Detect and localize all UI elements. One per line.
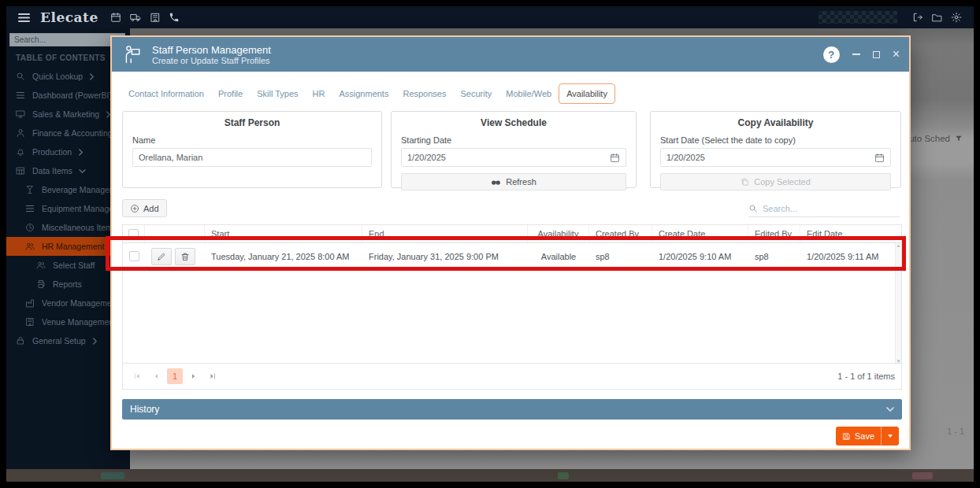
column-header-start[interactable]: Start xyxy=(205,225,362,242)
app-logo: Elecate xyxy=(40,9,98,25)
cell-created-by: sp8 xyxy=(589,243,652,269)
screenshot-frame: Elecate TABLE OF CONTENTS Quick Lookup xyxy=(0,0,980,488)
chevron-right-icon xyxy=(89,73,95,80)
history-section-header[interactable]: History xyxy=(122,399,902,420)
truck-icon[interactable] xyxy=(129,12,142,23)
pagination-summary: 1 - 1 of 1 items xyxy=(837,372,895,381)
column-header-edited-by[interactable]: Edited By xyxy=(748,225,800,242)
row-checkbox[interactable] xyxy=(129,251,139,261)
grid-scrollbar[interactable]: ▲▼ xyxy=(895,243,901,364)
staff-person-management-dialog: Staff Person Management Create or Update… xyxy=(110,35,911,450)
refresh-button[interactable]: Refresh xyxy=(401,173,626,190)
column-header-availability[interactable]: Availability xyxy=(528,225,589,242)
current-page-button[interactable]: 1 xyxy=(167,368,183,384)
venue-icon[interactable] xyxy=(150,12,161,23)
chevron-down-icon xyxy=(79,168,86,174)
next-page-button[interactable] xyxy=(186,368,202,384)
scroll-up-icon[interactable]: ▲ xyxy=(896,243,901,248)
dialog-title: Staff Person Management xyxy=(152,44,271,56)
tab-responses[interactable]: Responses xyxy=(395,84,453,103)
previous-page-button[interactable] xyxy=(148,368,164,384)
tab-security[interactable]: Security xyxy=(453,84,499,103)
tab-hr[interactable]: HR xyxy=(306,84,332,103)
chevron-down-icon xyxy=(886,406,894,412)
folder-icon[interactable] xyxy=(931,13,943,23)
column-header-end[interactable]: End xyxy=(362,225,528,242)
tab-skill-types[interactable]: Skill Types xyxy=(250,84,305,103)
staff-person-icon xyxy=(121,43,143,65)
table-row[interactable]: Tuesday, January 21, 2025 8:00 AM Friday… xyxy=(123,243,901,270)
tab-strip: Contact Information Profile Skill Types … xyxy=(121,83,615,105)
presentation-icon xyxy=(16,109,26,119)
actions-column-header xyxy=(145,225,205,242)
plus-circle-icon xyxy=(130,204,139,213)
clock-icon xyxy=(25,223,35,232)
cell-create-date: 1/20/2025 9:10 AM xyxy=(652,243,748,269)
bell-icon xyxy=(16,147,26,157)
add-button[interactable]: Add xyxy=(122,199,167,217)
cell-availability: Available xyxy=(528,243,589,269)
filter-funnel-icon xyxy=(955,135,963,142)
grid-search xyxy=(748,201,900,217)
wine-glass-icon xyxy=(25,185,35,194)
edit-row-button[interactable] xyxy=(151,248,172,265)
view-schedule-panel: View Schedule Starting Date Refresh xyxy=(391,111,637,188)
factory-icon xyxy=(25,298,35,308)
lock-icon xyxy=(16,336,26,346)
people-icon xyxy=(25,242,35,251)
tab-mobile-web[interactable]: Mobile/Web xyxy=(499,84,559,103)
column-header-created-by[interactable]: Created By xyxy=(589,225,652,242)
copy-start-date-label: Start Date (Select the date to copy) xyxy=(660,135,900,145)
pencil-icon xyxy=(157,252,166,261)
name-label: Name xyxy=(132,135,381,145)
cell-edit-date: 1/20/2025 9:11 AM xyxy=(800,243,896,269)
tab-assignments[interactable]: Assignments xyxy=(332,84,395,103)
sidebar-search-input[interactable] xyxy=(9,33,125,46)
building-icon xyxy=(25,317,35,327)
first-page-button[interactable] xyxy=(129,368,145,384)
gear-icon[interactable] xyxy=(951,12,962,23)
copy-selected-button[interactable]: Copy Selected xyxy=(660,173,891,190)
starting-date-input[interactable] xyxy=(407,153,610,162)
starting-date-label: Starting Date xyxy=(401,135,636,145)
copy-icon xyxy=(741,178,749,187)
app-window: Elecate TABLE OF CONTENTS Quick Lookup xyxy=(6,6,974,482)
cell-edited-by: sp8 xyxy=(748,243,800,269)
save-dropdown-caret[interactable] xyxy=(881,427,899,445)
hamburger-menu-icon[interactable] xyxy=(18,13,30,23)
column-header-edit-date[interactable]: Edit Date xyxy=(800,225,896,242)
tab-contact-information[interactable]: Contact Information xyxy=(121,84,211,103)
redacted-user-info xyxy=(819,11,897,24)
select-all-checkbox[interactable] xyxy=(128,229,139,239)
table-icon xyxy=(16,166,26,176)
grid-search-input[interactable] xyxy=(763,204,900,213)
maximize-button[interactable] xyxy=(873,51,880,58)
phone-icon[interactable] xyxy=(169,12,180,23)
column-header-create-date[interactable]: Create Date xyxy=(652,225,748,242)
staff-name-input[interactable] xyxy=(139,153,366,162)
close-button[interactable]: × xyxy=(893,47,900,61)
dialog-subtitle: Create or Update Staff Profiles xyxy=(152,56,271,65)
tab-availability[interactable]: Availability xyxy=(559,83,615,104)
save-button[interactable]: Save xyxy=(836,427,899,445)
copy-availability-panel: Copy Availability Start Date (Select the… xyxy=(650,111,901,188)
taskbar-strip xyxy=(6,469,974,482)
printer-icon xyxy=(36,279,46,289)
tab-profile[interactable]: Profile xyxy=(211,84,250,103)
calendar-picker-icon[interactable] xyxy=(610,153,620,163)
help-button[interactable]: ? xyxy=(823,46,840,63)
search-icon xyxy=(16,72,26,81)
people-icon xyxy=(36,261,46,270)
last-page-button[interactable] xyxy=(205,368,221,384)
chevron-right-icon xyxy=(78,149,84,156)
copy-start-date-input[interactable] xyxy=(666,153,874,162)
staff-person-panel: Staff Person Name xyxy=(122,111,382,188)
grid-pagination: 1 1 - 1 of 1 items xyxy=(123,363,901,389)
calendar-picker-icon[interactable] xyxy=(874,153,885,163)
logout-icon[interactable] xyxy=(912,12,923,23)
calendar-icon[interactable] xyxy=(110,12,121,23)
floppy-icon xyxy=(842,432,851,441)
minimize-button[interactable] xyxy=(852,54,860,55)
delete-row-button[interactable] xyxy=(175,248,195,265)
grid-header-row: Start End Availability Created By Create… xyxy=(123,225,901,243)
